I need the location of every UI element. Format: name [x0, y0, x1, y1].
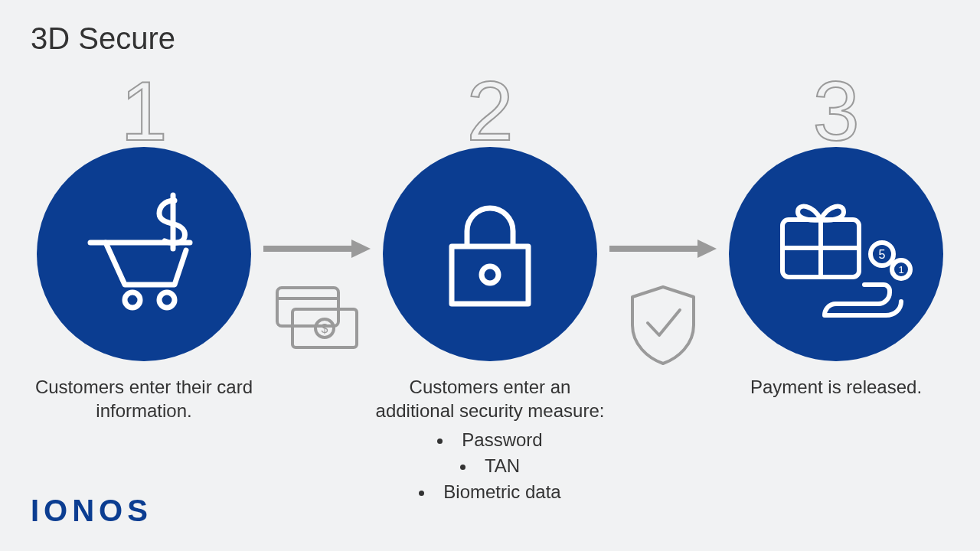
step-1-caption: Customers enter their card information.	[29, 375, 259, 422]
connector-1: $	[271, 237, 363, 352]
step-2: 2 Customers enter an additional security…	[375, 69, 605, 504]
step-3-circle: 5 1	[729, 147, 943, 361]
svg-text:1: 1	[898, 264, 903, 276]
step-1-circle	[37, 147, 251, 361]
step-2-circle	[383, 147, 597, 361]
step-2-number: 2	[466, 69, 513, 153]
arrow-right-icon	[609, 237, 717, 260]
step-3-caption: Payment is released.	[750, 375, 922, 399]
svg-rect-11	[452, 246, 528, 304]
svg-marker-5	[351, 240, 371, 258]
svg-text:$: $	[322, 322, 328, 335]
svg-point-1	[125, 292, 140, 308]
step-2-caption: Customers enter an additional security m…	[375, 375, 605, 422]
step-3: 3 5 1	[721, 69, 951, 399]
page-title: 3D Secure	[31, 21, 175, 56]
step-2-bullets: Password TAN Biometric data	[419, 427, 560, 504]
brand-logo: IONOS	[31, 494, 152, 528]
step-1: 1 Customers enter their card information…	[29, 69, 259, 422]
credit-card-cash-icon: $	[271, 283, 363, 352]
shield-check-icon	[625, 283, 701, 367]
connector-2	[617, 237, 709, 367]
svg-text:5: 5	[879, 248, 886, 261]
svg-point-12	[482, 266, 498, 283]
gift-hand-coins-icon: 5 1	[760, 181, 913, 327]
arrow-right-icon	[263, 237, 371, 260]
svg-point-2	[159, 292, 175, 308]
cart-dollar-icon	[79, 189, 209, 319]
lock-icon	[433, 189, 547, 319]
step-1-number: 1	[120, 69, 167, 153]
bullet-tan: TAN	[419, 453, 560, 479]
bullet-password: Password	[419, 427, 560, 453]
svg-marker-14	[697, 240, 717, 258]
steps-row: 1 Customers enter their card information…	[0, 69, 980, 504]
step-3-number: 3	[812, 69, 859, 153]
bullet-biometric: Biometric data	[419, 479, 560, 505]
